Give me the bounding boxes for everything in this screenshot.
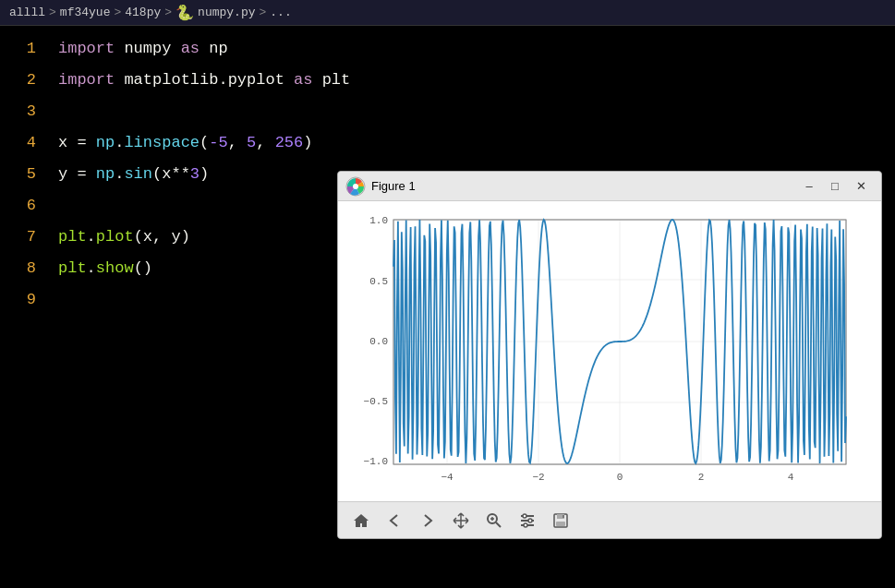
token: x [143, 228, 152, 246]
token: ) [181, 228, 190, 246]
back-button[interactable] [379, 507, 410, 534]
line-content: x = np.linspace(-5, 5, 256) [51, 127, 312, 159]
code-line: 2import matplotlib.pyplot as plt [0, 65, 895, 96]
line-content: y = np.sin(x**3) [51, 159, 209, 190]
svg-point-1 [353, 184, 358, 189]
minimize-button[interactable]: – [796, 176, 822, 197]
line-number: 1 [0, 33, 51, 65]
token: y [58, 165, 67, 183]
figure-titlebar: Figure 1 – □ ✕ [338, 172, 881, 201]
python-icon: 🐍 [175, 4, 194, 22]
token: ) [303, 134, 312, 151]
token: 256 [275, 134, 304, 151]
token: np [209, 40, 227, 57]
token: show [96, 259, 134, 277]
line-number: 2 [0, 65, 51, 96]
line-number: 7 [0, 222, 51, 253]
token: . [115, 134, 124, 151]
token: = [67, 134, 96, 151]
plot-area: 1.0 0.5 0.0 −0.5 −1.0 −4 −2 0 2 4 [338, 201, 881, 501]
breadcrumb-item-4[interactable]: numpy.py [198, 6, 255, 19]
line-number: 3 [0, 96, 51, 127]
line-number: 8 [0, 253, 51, 284]
svg-text:0.5: 0.5 [369, 276, 388, 287]
token: plot [96, 228, 134, 246]
svg-text:0: 0 [617, 472, 623, 483]
svg-rect-37 [562, 515, 564, 518]
token: np [96, 165, 115, 183]
token: y [171, 228, 180, 246]
line-number: 6 [0, 190, 51, 222]
svg-rect-36 [556, 522, 565, 526]
matplotlib-plot: 1.0 0.5 0.0 −0.5 −1.0 −4 −2 0 2 4 [347, 210, 857, 497]
token: plt [58, 228, 87, 246]
token: . [115, 165, 124, 183]
breadcrumb-item-2[interactable]: mf34yue [60, 6, 111, 19]
svg-text:4: 4 [788, 472, 794, 483]
home-button[interactable] [345, 507, 377, 534]
token: sin [124, 165, 152, 183]
code-line: 4x = np.linspace(-5, 5, 256) [0, 127, 895, 159]
settings-icon [518, 511, 537, 530]
token: import [58, 40, 124, 57]
home-icon [352, 511, 370, 530]
save-icon [551, 511, 570, 530]
save-button[interactable] [545, 507, 576, 534]
breadcrumb-sep-3: > [164, 6, 172, 19]
token: 5 [247, 134, 256, 151]
zoom-icon [485, 511, 503, 530]
token: numpy [124, 40, 171, 57]
forward-button[interactable] [412, 507, 443, 534]
token: . [87, 228, 96, 246]
line-content: plt.show() [51, 253, 152, 284]
code-line: 3 [0, 96, 895, 127]
figure-window: Figure 1 – □ ✕ 1.0 0.5 0.0 −0.5 −1.0 −4 … [337, 171, 882, 539]
svg-text:−4: −4 [441, 472, 454, 483]
figure-title: Figure 1 [371, 179, 796, 193]
svg-point-31 [523, 514, 526, 518]
svg-text:−0.5: −0.5 [364, 396, 388, 407]
code-line: 1import numpy as np [0, 33, 895, 65]
svg-text:1.0: 1.0 [369, 215, 388, 226]
svg-line-25 [496, 522, 501, 527]
pan-button[interactable] [445, 507, 477, 534]
token: = [67, 165, 96, 183]
token: ( [152, 165, 162, 183]
matplotlib-icon [345, 176, 366, 197]
token: x [162, 165, 171, 183]
svg-text:0.0: 0.0 [369, 336, 388, 347]
token: x [58, 134, 67, 151]
breadcrumb-sep-2: > [114, 6, 121, 19]
figure-toolbar [338, 501, 881, 538]
token: linspace [124, 134, 200, 151]
token: ( [134, 228, 143, 246]
breadcrumb-item-1[interactable]: allll [9, 6, 45, 19]
line-content: import matplotlib.pyplot as plt [51, 65, 350, 96]
close-button[interactable]: ✕ [848, 176, 874, 197]
token: 3 [190, 165, 200, 183]
token: . [87, 259, 96, 277]
zoom-button[interactable] [478, 507, 510, 534]
token: as [284, 71, 322, 89]
token: -5 [209, 134, 227, 151]
svg-text:−1.0: −1.0 [364, 456, 388, 467]
settings-button[interactable] [512, 507, 543, 534]
forward-icon [418, 511, 437, 530]
token: , [228, 134, 247, 151]
breadcrumb-item-5: ... [270, 6, 291, 19]
maximize-button[interactable]: □ [822, 176, 848, 197]
back-icon [385, 511, 404, 530]
token: plt [322, 71, 351, 89]
token: () [134, 259, 152, 277]
pan-icon [452, 511, 470, 530]
line-content: import numpy as np [51, 33, 228, 65]
svg-text:2: 2 [698, 472, 705, 483]
breadcrumb-item-3[interactable]: 418py [125, 6, 161, 19]
line-number: 4 [0, 127, 51, 159]
token: np [96, 134, 115, 151]
breadcrumb: allll > mf34yue > 418py > 🐍 numpy.py > .… [0, 0, 895, 26]
line-number: 9 [0, 284, 51, 316]
token: plt [58, 259, 87, 277]
svg-point-33 [524, 523, 527, 527]
svg-point-32 [528, 519, 532, 522]
